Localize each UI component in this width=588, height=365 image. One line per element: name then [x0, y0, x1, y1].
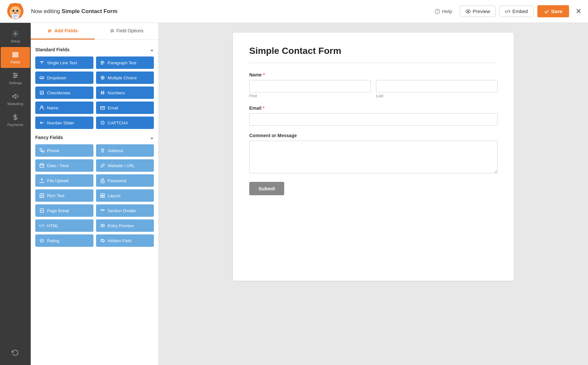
name-inputs: First Last: [249, 80, 498, 98]
link-icon: [100, 163, 105, 168]
field-btn-layout[interactable]: Layout: [96, 189, 154, 202]
svg-rect-29: [48, 32, 50, 32]
field-btn-email[interactable]: Email: [96, 102, 154, 114]
form-title: Simple Contact Form: [249, 46, 498, 56]
svg-text:?: ?: [102, 121, 103, 124]
save-button[interactable]: Save: [537, 5, 569, 17]
close-button[interactable]: ✕: [576, 7, 581, 16]
svg-rect-38: [101, 64, 103, 64]
sliders-icon: [12, 72, 19, 79]
fields-panel: Add Fields Field Options Standard Fields…: [31, 23, 159, 365]
sidebar-item-payments[interactable]: Payments: [1, 110, 30, 131]
pin-icon: [100, 148, 105, 153]
preview-button[interactable]: Preview: [460, 6, 496, 17]
standard-fields-chevron[interactable]: ⌄: [150, 46, 154, 53]
last-name-input[interactable]: [376, 80, 498, 92]
sidebar-item-fields[interactable]: Fields: [1, 47, 30, 68]
svg-point-25: [14, 77, 15, 78]
field-btn-single-line-text[interactable]: Single Line Text: [35, 56, 93, 69]
help-button[interactable]: ? Help: [431, 6, 456, 17]
field-btn-hidden-field[interactable]: Hidden Field: [96, 234, 154, 247]
field-btn-section-divider[interactable]: Section Divider: [96, 204, 154, 217]
field-btn-rating[interactable]: Rating: [35, 234, 93, 247]
field-btn-number-slider[interactable]: Number Slider: [35, 117, 93, 129]
last-name-sub-label: Last: [376, 94, 498, 98]
field-btn-file-upload[interactable]: File Upload: [35, 174, 93, 187]
embed-button[interactable]: Embed: [499, 6, 533, 17]
svg-point-53: [102, 150, 103, 151]
svg-rect-66: [103, 196, 105, 198]
svg-point-41: [102, 77, 103, 79]
form-card: Simple Contact Form Name * First Last: [233, 33, 514, 281]
dollar-icon: [12, 114, 19, 121]
standard-fields-grid: Single Line Text Paragraph Text Dropdown…: [35, 56, 154, 129]
dropdown-icon: [39, 75, 44, 80]
field-btn-date-time[interactable]: Date / Time: [35, 159, 93, 172]
fields-icon: [12, 51, 19, 58]
sidebar-marketing-label: Marketing: [8, 102, 23, 106]
last-name-wrap: Last: [376, 80, 498, 98]
checkbox-icon: [39, 90, 44, 95]
svg-point-50: [41, 122, 42, 124]
svg-point-32: [112, 29, 113, 31]
sidebar-setup-label: Setup: [11, 39, 20, 43]
field-btn-entry-preview[interactable]: Entry Preview: [96, 219, 154, 232]
email-input[interactable]: [249, 113, 498, 126]
radio-icon: [100, 75, 105, 80]
panel-scroll[interactable]: Standard Fields ⌄ Single Line Text Parag…: [31, 40, 158, 365]
panel-collapse-button[interactable]: ‹: [158, 187, 159, 200]
field-btn-address[interactable]: Address: [96, 144, 154, 157]
field-btn-rich-text[interactable]: Rich Text: [35, 189, 93, 202]
svg-point-73: [102, 225, 103, 226]
svg-point-59: [102, 181, 103, 182]
field-btn-dropdown[interactable]: Dropdown: [35, 71, 93, 84]
field-btn-checkboxes[interactable]: Checkboxes: [35, 87, 93, 99]
svg-rect-17: [13, 53, 18, 54]
field-btn-website-url[interactable]: Website / URL: [96, 159, 154, 172]
field-btn-captcha[interactable]: ? CAPTCHA: [96, 117, 154, 129]
sidebar-fields-label: Fields: [10, 60, 20, 64]
add-fields-icon: [47, 28, 52, 33]
field-btn-phone[interactable]: Phone: [35, 144, 93, 157]
tab-add-fields[interactable]: Add Fields: [31, 23, 95, 40]
icon-sidebar: Setup Fields Settings Marketing Payments: [0, 23, 31, 365]
sidebar-item-undo[interactable]: [1, 345, 30, 360]
email-label: Email *: [249, 105, 498, 111]
eye-icon: [466, 9, 471, 14]
field-btn-paragraph-text[interactable]: Paragraph Text: [96, 56, 154, 69]
first-name-input[interactable]: [249, 80, 371, 92]
field-btn-multiple-choice[interactable]: Multiple Choice: [96, 71, 154, 84]
svg-rect-54: [40, 164, 44, 167]
comment-textarea[interactable]: [249, 141, 498, 173]
sidebar-item-settings[interactable]: Settings: [1, 68, 30, 89]
tab-field-options[interactable]: Field Options: [95, 23, 159, 40]
field-btn-password[interactable]: Password: [96, 174, 154, 187]
comment-label: Comment or Message: [249, 133, 498, 138]
field-btn-page-break[interactable]: Page Break: [35, 204, 93, 217]
sidebar-item-marketing[interactable]: Marketing: [1, 89, 30, 110]
field-btn-html[interactable]: HTML: [35, 219, 93, 232]
sidebar-payments-label: Payments: [8, 123, 24, 127]
svg-point-4: [12, 10, 14, 12]
hash-icon: [100, 90, 105, 95]
code-icon: [505, 9, 510, 14]
sidebar-item-setup[interactable]: Setup: [1, 26, 30, 47]
form-field-comment: Comment or Message: [249, 133, 498, 175]
upload-icon: [39, 178, 44, 183]
svg-rect-65: [101, 196, 102, 198]
email-icon: [100, 105, 105, 110]
submit-button[interactable]: Submit: [249, 182, 284, 195]
undo-icon: [12, 349, 19, 357]
field-btn-name[interactable]: Name: [35, 102, 93, 114]
first-name-sub-label: First: [249, 94, 371, 98]
layout-icon: [100, 193, 105, 198]
svg-rect-19: [13, 56, 18, 57]
phone-icon: [39, 148, 44, 153]
svg-rect-36: [101, 61, 104, 62]
svg-line-71: [41, 224, 42, 227]
field-btn-numbers[interactable]: Numbers: [96, 87, 154, 99]
fancy-fields-chevron[interactable]: ⌄: [150, 134, 154, 140]
svg-line-15: [507, 10, 508, 13]
svg-point-5: [16, 10, 18, 12]
divider-icon: [100, 208, 105, 213]
